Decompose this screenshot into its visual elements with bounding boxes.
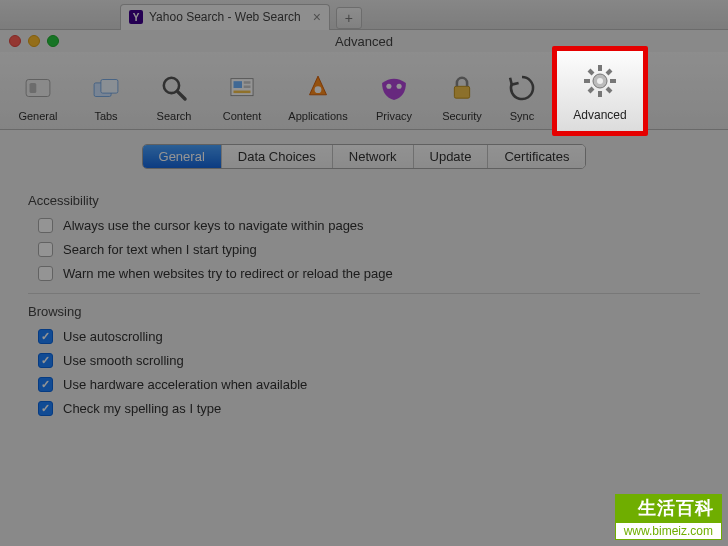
- sync-icon: [504, 70, 540, 106]
- svg-point-24: [597, 78, 603, 84]
- option-label: Use smooth scrolling: [63, 353, 184, 368]
- svg-line-21: [607, 88, 611, 92]
- browser-tab[interactable]: Y Yahoo Search - Web Search ×: [120, 4, 330, 30]
- toolbar-label: General: [18, 110, 57, 122]
- option-row: Use hardware acceleration when available: [38, 377, 700, 392]
- content-icon: [224, 70, 260, 106]
- checkbox-cursor-keys[interactable]: [38, 218, 53, 233]
- svg-line-23: [607, 70, 611, 74]
- option-row: Search for text when I start typing: [38, 242, 700, 257]
- preferences-toolbar: General Tabs Search Content Applications: [0, 52, 728, 130]
- preferences-window: Advanced General Tabs Search Content: [0, 30, 728, 546]
- section-browsing-title: Browsing: [28, 304, 700, 319]
- segmented-control: General Data Choices Network Update Cert…: [142, 144, 587, 169]
- svg-rect-14: [454, 86, 469, 98]
- option-label: Search for text when I start typing: [63, 242, 257, 257]
- svg-rect-10: [234, 90, 251, 93]
- option-label: Use hardware acceleration when available: [63, 377, 307, 392]
- lock-icon: [444, 70, 480, 106]
- gear-icon: [579, 60, 621, 102]
- svg-line-22: [589, 88, 593, 92]
- subtab-update[interactable]: Update: [414, 145, 489, 168]
- new-tab-button[interactable]: +: [336, 7, 362, 29]
- toolbar-general[interactable]: General: [6, 56, 70, 126]
- svg-line-5: [177, 91, 185, 99]
- toolbar-label: Content: [223, 110, 262, 122]
- watermark: 生活百科 www.bimeiz.com: [615, 494, 722, 540]
- toolbar-label: Tabs: [94, 110, 117, 122]
- option-label: Use autoscrolling: [63, 329, 163, 344]
- option-label: Check my spelling as I type: [63, 401, 221, 416]
- subtab-general[interactable]: General: [143, 145, 222, 168]
- toolbar-label: Privacy: [376, 110, 412, 122]
- svg-rect-7: [234, 81, 243, 88]
- toolbar-security[interactable]: Security: [430, 56, 494, 126]
- option-row: Warn me when websites try to redirect or…: [38, 266, 700, 281]
- checkbox-hardware-accel[interactable]: [38, 377, 53, 392]
- toolbar-content[interactable]: Content: [210, 56, 274, 126]
- toolbar-label: Search: [157, 110, 192, 122]
- option-row: Always use the cursor keys to navigate w…: [38, 218, 700, 233]
- applications-icon: [300, 70, 336, 106]
- close-tab-icon[interactable]: ×: [313, 9, 321, 25]
- svg-point-12: [386, 83, 391, 88]
- option-label: Always use the cursor keys to navigate w…: [63, 218, 364, 233]
- watermark-text: 生活百科: [615, 494, 722, 522]
- option-label: Warn me when websites try to redirect or…: [63, 266, 393, 281]
- checkbox-spelling[interactable]: [38, 401, 53, 416]
- checkbox-smooth-scrolling[interactable]: [38, 353, 53, 368]
- subtab-data-choices[interactable]: Data Choices: [222, 145, 333, 168]
- svg-rect-1: [30, 82, 37, 92]
- browser-tab-bar: Y Yahoo Search - Web Search × +: [0, 0, 728, 30]
- toolbar-sync[interactable]: Sync: [498, 56, 546, 126]
- option-row: Check my spelling as I type: [38, 401, 700, 416]
- svg-point-13: [397, 83, 402, 88]
- svg-line-20: [589, 70, 593, 74]
- option-row: Use autoscrolling: [38, 329, 700, 344]
- mask-icon: [376, 70, 412, 106]
- section-accessibility-title: Accessibility: [28, 193, 700, 208]
- checkbox-search-typing[interactable]: [38, 242, 53, 257]
- switch-icon: [20, 70, 56, 106]
- option-row: Use smooth scrolling: [38, 353, 700, 368]
- svg-rect-9: [244, 85, 251, 88]
- toolbar-search[interactable]: Search: [142, 56, 206, 126]
- checkbox-warn-redirect[interactable]: [38, 266, 53, 281]
- favicon-yahoo: Y: [129, 10, 143, 24]
- toolbar-label: Security: [442, 110, 482, 122]
- toolbar-privacy[interactable]: Privacy: [362, 56, 426, 126]
- toolbar-applications[interactable]: Applications: [278, 56, 358, 126]
- advanced-subtabs: General Data Choices Network Update Cert…: [0, 130, 728, 179]
- toolbar-advanced[interactable]: Advanced: [552, 46, 648, 136]
- svg-point-11: [315, 86, 322, 93]
- toolbar-label: Applications: [288, 110, 347, 122]
- preferences-content: Accessibility Always use the cursor keys…: [0, 179, 728, 416]
- divider: [28, 293, 700, 294]
- toolbar-label: Sync: [510, 110, 534, 122]
- watermark-url: www.bimeiz.com: [615, 522, 722, 540]
- tabs-icon: [88, 70, 124, 106]
- svg-rect-3: [101, 79, 118, 93]
- toolbar-tabs[interactable]: Tabs: [74, 56, 138, 126]
- checkbox-autoscrolling[interactable]: [38, 329, 53, 344]
- svg-rect-8: [244, 81, 251, 84]
- subtab-certificates[interactable]: Certificates: [488, 145, 585, 168]
- toolbar-label: Advanced: [573, 108, 626, 122]
- tab-title: Yahoo Search - Web Search: [149, 10, 301, 24]
- subtab-network[interactable]: Network: [333, 145, 414, 168]
- search-icon: [156, 70, 192, 106]
